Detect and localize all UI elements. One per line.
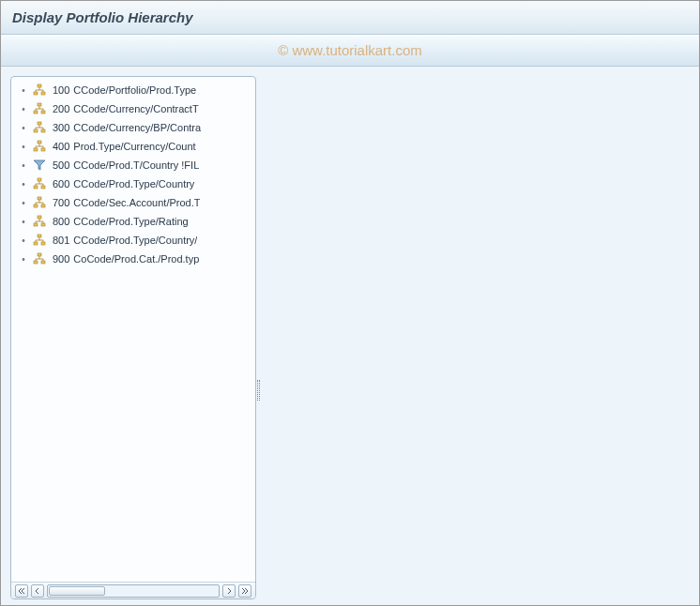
svg-rect-18	[38, 216, 41, 219]
bullet-icon: •	[19, 85, 28, 96]
right-pane	[262, 76, 693, 599]
svg-rect-16	[34, 205, 38, 207]
tree-item[interactable]: •400Prod.Type/Currency/Count	[15, 137, 255, 156]
svg-rect-13	[34, 186, 38, 189]
svg-rect-11	[41, 148, 45, 151]
tree-item-code: 400	[53, 141, 69, 152]
toolbar: © www.tutorialkart.com	[1, 35, 699, 67]
splitter[interactable]	[256, 76, 262, 599]
scroll-first-button[interactable]	[15, 584, 28, 598]
hierarchy-icon	[32, 233, 47, 248]
tree-item-code: 600	[53, 178, 69, 189]
svg-rect-1	[34, 92, 38, 95]
tree-item-label: CCode/Prod.Type/Country	[73, 178, 194, 189]
bullet-icon: •	[19, 179, 28, 189]
tree-item[interactable]: •300CCode/Currency/BP/Contra	[15, 118, 255, 137]
scroll-thumb[interactable]	[49, 586, 105, 596]
bullet-icon: •	[19, 235, 28, 246]
tree-item-label: CCode/Prod.Type/Country/	[73, 235, 197, 246]
tree-item-code: 700	[53, 197, 69, 208]
svg-rect-7	[34, 129, 38, 132]
tree-item[interactable]: •200CCode/Currency/ContractT	[15, 99, 255, 118]
hierarchy-icon	[32, 120, 47, 135]
svg-rect-6	[38, 122, 41, 125]
tree-item[interactable]: •801CCode/Prod.Type/Country/	[15, 231, 255, 250]
bullet-icon: •	[19, 254, 28, 265]
bullet-icon: •	[19, 142, 28, 152]
svg-rect-21	[38, 235, 41, 237]
svg-rect-2	[41, 92, 45, 95]
page-title: Display Portfolio Hierarchy	[12, 9, 193, 25]
svg-rect-14	[41, 186, 45, 189]
svg-rect-15	[38, 197, 41, 200]
svg-rect-4	[34, 111, 38, 114]
bullet-icon: •	[19, 160, 28, 171]
svg-rect-24	[38, 253, 41, 256]
svg-rect-26	[41, 261, 45, 264]
scroll-left-button[interactable]	[31, 584, 44, 598]
hierarchy-icon	[32, 101, 47, 116]
svg-rect-5	[41, 111, 45, 114]
tree-item-code: 801	[53, 235, 69, 246]
svg-rect-9	[38, 141, 41, 144]
tree-item-code: 100	[53, 84, 69, 96]
hierarchy-icon	[32, 251, 47, 266]
splitter-grip-icon	[257, 380, 260, 401]
svg-rect-17	[41, 205, 45, 207]
tree-item-label: CCode/Currency/BP/Contra	[73, 122, 201, 133]
tree-item[interactable]: •100CCode/Portfolio/Prod.Type	[15, 81, 255, 99]
tree-item-code: 500	[53, 159, 69, 171]
svg-rect-12	[38, 178, 41, 181]
tree-item-label: CCode/Prod.T/Country !FIL	[73, 159, 199, 171]
svg-rect-19	[34, 223, 38, 226]
watermark-text: © www.tutorialkart.com	[278, 42, 422, 58]
tree-item-label: CoCode/Prod.Cat./Prod.typ	[73, 253, 199, 265]
scroll-last-button[interactable]	[238, 584, 251, 598]
svg-rect-25	[34, 261, 38, 264]
tree-item-label: CCode/Prod.Type/Rating	[73, 216, 188, 227]
tree-item-code: 200	[53, 103, 69, 114]
tree-item[interactable]: •500CCode/Prod.T/Country !FIL	[15, 156, 255, 174]
tree-item-code: 800	[53, 216, 69, 227]
tree-item-label: CCode/Portfolio/Prod.Type	[73, 84, 196, 96]
tree-item-code: 900	[53, 253, 69, 265]
tree-item[interactable]: •800CCode/Prod.Type/Rating	[15, 212, 255, 231]
scroll-right-button[interactable]	[222, 584, 236, 598]
filter-icon	[32, 158, 47, 173]
content-area: •100CCode/Portfolio/Prod.Type•200CCode/C…	[1, 67, 699, 605]
tree-item-label: Prod.Type/Currency/Count	[73, 141, 195, 152]
hierarchy-icon	[32, 214, 47, 229]
bullet-icon: •	[19, 123, 28, 133]
svg-rect-22	[34, 242, 38, 245]
title-bar: Display Portfolio Hierarchy	[1, 1, 699, 35]
hierarchy-icon	[32, 83, 47, 98]
svg-rect-3	[38, 103, 41, 106]
tree-item-label: CCode/Currency/ContractT	[73, 103, 198, 114]
tree-item[interactable]: •600CCode/Prod.Type/Country	[15, 174, 255, 193]
bullet-icon: •	[19, 104, 28, 114]
hierarchy-icon	[32, 139, 47, 154]
tree-panel: •100CCode/Portfolio/Prod.Type•200CCode/C…	[10, 76, 256, 599]
scroll-track[interactable]	[47, 584, 220, 598]
tree-item-code: 300	[53, 122, 69, 133]
tree-body: •100CCode/Portfolio/Prod.Type•200CCode/C…	[11, 77, 255, 582]
svg-rect-10	[34, 148, 38, 151]
svg-rect-0	[38, 84, 41, 87]
bullet-icon: •	[19, 198, 28, 208]
tree-item[interactable]: •700CCode/Sec.Account/Prod.T	[15, 193, 255, 212]
tree-item[interactable]: •900CoCode/Prod.Cat./Prod.typ	[15, 250, 255, 268]
horizontal-scrollbar[interactable]	[11, 582, 255, 598]
hierarchy-icon	[32, 195, 47, 210]
bullet-icon: •	[19, 217, 28, 227]
hierarchy-icon	[32, 176, 47, 191]
svg-rect-20	[41, 223, 45, 226]
svg-rect-8	[41, 129, 45, 132]
svg-rect-23	[41, 242, 45, 245]
tree-item-label: CCode/Sec.Account/Prod.T	[73, 197, 200, 208]
